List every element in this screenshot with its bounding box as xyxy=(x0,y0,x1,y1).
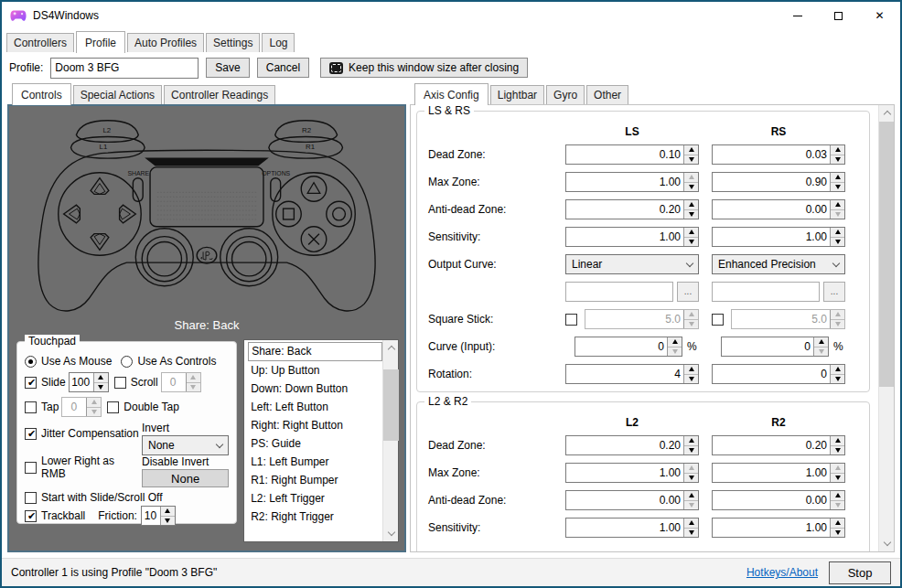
list-item[interactable]: Right: Right Button xyxy=(248,416,382,434)
spin-down[interactable] xyxy=(668,347,682,357)
tab-auto-profiles[interactable]: Auto Profiles xyxy=(127,33,204,52)
rs-max-zone-stepper[interactable]: 0.90 xyxy=(712,172,845,192)
slide-sensitivity-stepper[interactable]: 100 xyxy=(69,372,109,392)
l2-sensitivity-stepper[interactable]: 1.00 xyxy=(565,518,699,538)
tap-sensitivity-stepper[interactable]: 0 xyxy=(61,397,102,417)
invert-combobox[interactable]: None xyxy=(142,435,229,455)
spin-down[interactable] xyxy=(831,446,844,455)
tab-other[interactable]: Other xyxy=(586,85,628,104)
spin-down[interactable] xyxy=(187,383,200,392)
ls-sensitivity-stepper[interactable]: 1.00 xyxy=(565,227,699,247)
spin-down[interactable] xyxy=(87,408,101,417)
scrollbar-thumb[interactable] xyxy=(879,122,895,387)
slide-checkbox[interactable] xyxy=(25,377,37,389)
l2-dead-zone-stepper[interactable]: 0.20 xyxy=(565,435,699,455)
rs-rotation-stepper[interactable]: 0 xyxy=(712,364,845,384)
spin-up[interactable] xyxy=(831,145,844,155)
spin-down[interactable] xyxy=(161,517,175,526)
hotkeys-about-link[interactable]: Hotkeys/About xyxy=(746,566,818,579)
rs-curve-browse-button[interactable]: ... xyxy=(823,282,845,302)
ls-rotation-stepper[interactable]: 4 xyxy=(565,364,699,384)
ls-anti-dead-stepper[interactable]: 0.20 xyxy=(565,199,699,219)
list-item[interactable]: Up: Up Button xyxy=(248,361,382,380)
spin-down[interactable] xyxy=(684,320,698,329)
tab-gyro[interactable]: Gyro xyxy=(546,85,585,104)
double-tap-checkbox[interactable] xyxy=(107,401,119,413)
spin-up[interactable] xyxy=(684,145,698,155)
list-item[interactable]: Left: Left Button xyxy=(248,398,382,416)
tab-special-actions[interactable]: Special Actions xyxy=(73,85,162,104)
profile-name-input[interactable] xyxy=(50,58,199,79)
spin-up[interactable] xyxy=(87,398,101,408)
list-item[interactable]: R1: Right Bumper xyxy=(248,471,382,489)
jitter-compensation-checkbox[interactable] xyxy=(25,428,37,440)
scroll-down-icon[interactable] xyxy=(383,526,399,541)
list-item[interactable]: L1: Left Bumper xyxy=(248,453,382,471)
ls-dead-zone-stepper[interactable]: 0.10 xyxy=(565,144,699,165)
spin-up[interactable] xyxy=(94,373,108,383)
spin-up[interactable] xyxy=(831,464,844,474)
spin-down[interactable] xyxy=(684,375,698,384)
tap-checkbox[interactable] xyxy=(25,401,37,413)
spin-up[interactable] xyxy=(831,365,844,375)
use-as-controls-radio[interactable] xyxy=(121,356,133,368)
spin-down[interactable] xyxy=(684,183,698,192)
spin-up[interactable] xyxy=(831,228,844,238)
l2-max-zone-stepper[interactable]: 1.00 xyxy=(565,463,699,483)
ls-max-zone-stepper[interactable]: 1.00 xyxy=(565,172,699,192)
spin-up[interactable] xyxy=(161,507,175,517)
start-slide-scroll-off-checkbox[interactable] xyxy=(25,492,37,504)
spin-up[interactable] xyxy=(831,310,844,320)
rs-square-roundness-stepper[interactable]: 5.0 xyxy=(731,309,845,329)
spin-up[interactable] xyxy=(831,436,844,446)
scroll-checkbox[interactable] xyxy=(114,377,126,389)
ls-curve-browse-button[interactable]: ... xyxy=(677,282,699,302)
spin-down[interactable] xyxy=(831,155,844,165)
list-item[interactable]: Down: Down Button xyxy=(248,380,382,398)
r2-sensitivity-stepper[interactable]: 1.00 xyxy=(712,518,845,538)
trackball-checkbox[interactable] xyxy=(25,510,37,522)
spin-down[interactable] xyxy=(684,210,698,219)
r2-max-zone-stepper[interactable]: 1.00 xyxy=(712,463,845,483)
spin-down[interactable] xyxy=(94,383,108,392)
spin-up[interactable] xyxy=(187,373,200,383)
disable-invert-button[interactable]: None xyxy=(142,469,229,487)
mapping-list-scrollbar[interactable] xyxy=(382,340,398,541)
scroll-up-icon[interactable] xyxy=(383,340,399,356)
spin-up[interactable] xyxy=(684,491,698,501)
spin-down[interactable] xyxy=(831,529,844,538)
rs-output-curve-combobox[interactable]: Enhanced Precision xyxy=(712,254,845,274)
close-button[interactable]: ✕ xyxy=(859,2,900,29)
rs-dead-zone-stepper[interactable]: 0.03 xyxy=(712,144,845,165)
spin-up[interactable] xyxy=(831,173,844,183)
spin-up[interactable] xyxy=(684,200,698,210)
list-item[interactable]: PS: Guide xyxy=(248,434,382,453)
controller-image[interactable]: L2 L1 R2 R1 xyxy=(9,108,404,324)
spin-down[interactable] xyxy=(684,155,698,165)
ls-curve-input-stepper[interactable]: 0 xyxy=(574,337,682,357)
spin-down[interactable] xyxy=(684,501,698,510)
spin-up[interactable] xyxy=(684,173,698,183)
spin-down[interactable] xyxy=(831,375,844,384)
maximize-button[interactable] xyxy=(818,2,859,29)
save-button[interactable]: Save xyxy=(206,58,249,78)
tab-controllers[interactable]: Controllers xyxy=(6,33,74,52)
stop-button[interactable]: Stop xyxy=(829,561,891,584)
scroll-down-icon[interactable] xyxy=(879,536,895,551)
spin-down[interactable] xyxy=(684,446,698,455)
tab-controls[interactable]: Controls xyxy=(12,83,71,105)
tab-axis-config[interactable]: Axis Config xyxy=(414,83,489,105)
spin-up[interactable] xyxy=(684,365,698,375)
tab-controller-readings[interactable]: Controller Readings xyxy=(164,85,275,104)
tab-profile[interactable]: Profile xyxy=(76,31,125,53)
rs-square-stick-checkbox[interactable] xyxy=(712,314,724,326)
axis-config-scrollbar[interactable] xyxy=(878,105,894,551)
rs-curve-input-stepper[interactable]: 0 xyxy=(721,337,829,357)
keep-window-size-button[interactable]: Keep this window size after closing xyxy=(320,58,528,78)
spin-up[interactable] xyxy=(831,519,844,529)
spin-up[interactable] xyxy=(684,436,698,446)
spin-down[interactable] xyxy=(831,501,844,510)
tab-log[interactable]: Log xyxy=(262,33,295,52)
ls-output-curve-combobox[interactable]: Linear xyxy=(565,254,699,274)
spin-down[interactable] xyxy=(831,320,844,329)
